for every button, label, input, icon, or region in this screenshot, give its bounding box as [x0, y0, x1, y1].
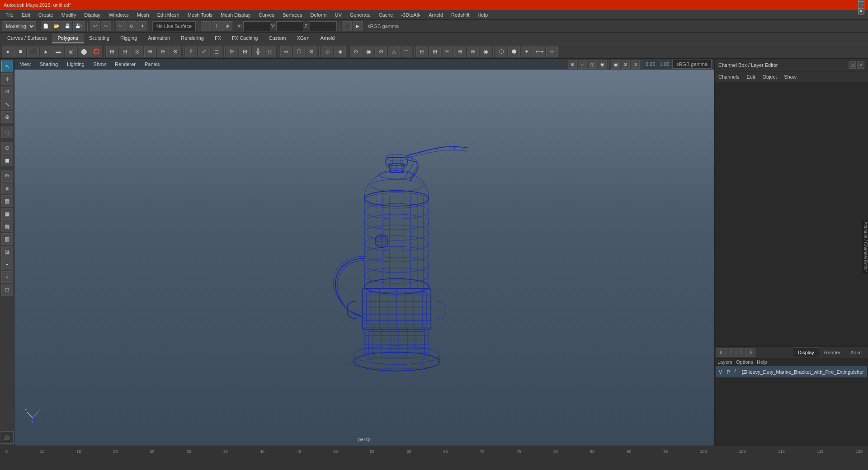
menu-edit-mesh[interactable]: Edit Mesh — [154, 11, 183, 19]
soft-select-left[interactable]: ◌ — [1, 127, 13, 138]
menu-create[interactable]: Create — [35, 11, 57, 19]
tab-sculpting[interactable]: Sculpting — [84, 33, 115, 43]
lasso-select-button[interactable]: ⊙ — [127, 21, 137, 31]
save-file-button[interactable]: 💾 — [62, 21, 72, 31]
merge-btn[interactable]: ⇔ — [280, 46, 292, 57]
open-file-button[interactable]: 📂 — [52, 21, 61, 31]
cb-settings-btn[interactable]: ✕ — [857, 61, 864, 69]
layers-subtab[interactable]: Layers — [717, 359, 732, 365]
chamfer-btn[interactable]: ◈ — [334, 46, 346, 57]
menu-curves[interactable]: Curves — [255, 11, 278, 19]
disc-icon-btn[interactable]: ⬤ — [78, 46, 90, 57]
connect-btn[interactable]: ╬ — [252, 46, 264, 57]
tab-xgen[interactable]: XGen — [291, 33, 315, 43]
cube-icon-btn[interactable]: ■ — [14, 46, 26, 57]
snap-point-button[interactable]: ⊕ — [222, 21, 232, 31]
snap-settings[interactable]: ⚙ — [1, 170, 13, 182]
icon-left-1[interactable]: ≡ — [1, 183, 13, 194]
rotate-tool[interactable]: ↺ — [1, 86, 13, 98]
edit-nav[interactable]: Edit — [746, 74, 755, 80]
menu-mesh-display[interactable]: Mesh Display — [217, 11, 254, 19]
menu-edit[interactable]: Edit — [18, 11, 34, 19]
paint-select-button[interactable]: ✦ — [137, 21, 147, 31]
workspace-dropdown[interactable]: Modeling — [2, 21, 36, 31]
timeline-scrubber[interactable] — [0, 457, 868, 470]
menu-generate[interactable]: Generate — [346, 11, 374, 19]
menu-redshift[interactable]: Redshift — [448, 11, 473, 19]
icon-left-4[interactable]: ▩ — [1, 221, 13, 232]
vp-renderer-menu[interactable]: Renderer — [112, 61, 138, 68]
torus-icon-btn[interactable]: ◎ — [65, 46, 77, 57]
coord-x-field[interactable] — [243, 21, 270, 31]
snap-grid-button[interactable]: ⋯ — [201, 21, 211, 31]
vp-icon-3[interactable]: ◎ — [588, 60, 597, 69]
show-nav[interactable]: Show — [784, 74, 797, 80]
layer-item[interactable]: V P / [ZHeavy_Duty_Marine_Bracket_with_F… — [716, 367, 867, 377]
rb-prev-prev[interactable]: ⟪ — [717, 348, 726, 357]
close-button[interactable]: ✕ — [858, 8, 864, 14]
render-settings-button[interactable]: ⬛ — [342, 21, 352, 31]
combine-icon-btn[interactable]: ⊞ — [106, 46, 118, 57]
boolean-intersect-btn[interactable]: ⊗ — [170, 46, 181, 57]
last-tool[interactable]: ◼ — [1, 155, 13, 166]
icon-left-9[interactable]: □ — [1, 284, 13, 296]
menu-help[interactable]: Help — [474, 11, 491, 19]
boolean-diff-btn[interactable]: ⊖ — [157, 46, 169, 57]
cylindrical-map-btn[interactable]: ⊗ — [467, 46, 479, 57]
menu-surfaces[interactable]: Surfaces — [279, 11, 306, 19]
menu-cache[interactable]: Cache — [375, 11, 397, 19]
extrude-btn[interactable]: ⇧ — [185, 46, 197, 57]
icon-left-6[interactable]: ▨ — [1, 246, 13, 258]
tab-rigging[interactable]: Rigging — [115, 33, 142, 43]
tab-render[interactable]: Render — [820, 348, 845, 357]
new-file-button[interactable]: 📄 — [41, 21, 51, 31]
rb-prev[interactable]: ⟨ — [726, 348, 736, 357]
reduce-btn[interactable]: ⊘ — [375, 46, 387, 57]
rb-next-next[interactable]: ⟫ — [746, 348, 755, 357]
coord-z-field[interactable] — [310, 21, 337, 31]
tab-rendering[interactable]: Rendering — [175, 33, 209, 43]
vp-shading-menu[interactable]: Shading — [37, 61, 61, 68]
unfold-btn[interactable]: ⊟ — [416, 46, 428, 57]
save-as-button[interactable]: 💾+ — [73, 21, 85, 31]
select-tool-button[interactable]: ↖ — [116, 21, 126, 31]
bevel-btn[interactable]: ◇ — [321, 46, 333, 57]
symmetry-btn[interactable]: ⬢ — [508, 46, 520, 57]
move-tool[interactable]: ✛ — [1, 73, 13, 85]
separate-icon-btn[interactable]: ⊟ — [119, 46, 131, 57]
tab-polygons[interactable]: Polygons — [52, 33, 83, 43]
layout-btn[interactable]: ⊞ — [429, 46, 441, 57]
planar-map-btn[interactable]: ⊕ — [454, 46, 466, 57]
smooth-mesh-btn[interactable]: ◉ — [363, 46, 374, 57]
menu-modify[interactable]: Modify — [58, 11, 80, 19]
paint-deform-btn[interactable]: ✦ — [521, 46, 533, 57]
tab-curves-surfaces[interactable]: Curves / Surfaces — [2, 33, 52, 43]
vp-show-menu[interactable]: Show — [91, 61, 109, 68]
viewport-canvas[interactable]: .wire { stroke: #2233aa; stroke-width: 1… — [14, 70, 714, 446]
spherical-map-btn[interactable]: ◉ — [480, 46, 491, 57]
universal-manip[interactable]: ⊕ — [1, 111, 13, 123]
menu-uv[interactable]: UV — [331, 11, 345, 19]
insert-edge-loop-btn[interactable]: ⫸ — [226, 46, 238, 57]
offset-edge-btn[interactable]: ⊞ — [239, 46, 251, 57]
vp-icon-5[interactable]: ▣ — [611, 60, 620, 69]
cone-icon-btn[interactable]: ▲ — [40, 46, 52, 57]
menu-file[interactable]: File — [2, 11, 17, 19]
append-poly-btn[interactable]: ⊡ — [264, 46, 276, 57]
collapse-btn[interactable]: ⊛ — [306, 46, 317, 57]
viewport[interactable]: View Shading Lighting Show Renderer Pane… — [14, 59, 714, 446]
undo-button[interactable]: ↩ — [90, 21, 100, 31]
icon-left-7[interactable]: ▪ — [1, 258, 13, 270]
transform-component-btn[interactable]: ⊹ — [546, 46, 558, 57]
quadrangulate-btn[interactable]: □ — [401, 46, 412, 57]
vp-icon-4[interactable]: ◉ — [598, 60, 607, 69]
rb-next[interactable]: ⟩ — [736, 348, 745, 357]
pipe-icon-btn[interactable]: ⭕ — [90, 46, 102, 57]
fill-hole-btn[interactable]: ◻ — [211, 46, 222, 57]
sphere-icon-btn[interactable]: ● — [2, 46, 14, 57]
smooth-proxy-btn[interactable]: ⊙ — [350, 46, 362, 57]
plane-icon-btn[interactable]: ▬ — [52, 46, 64, 57]
vp-panels-menu[interactable]: Panels — [142, 61, 163, 68]
boolean-union-btn[interactable]: ⊕ — [144, 46, 156, 57]
soft-select-btn[interactable]: ⬡ — [495, 46, 507, 57]
